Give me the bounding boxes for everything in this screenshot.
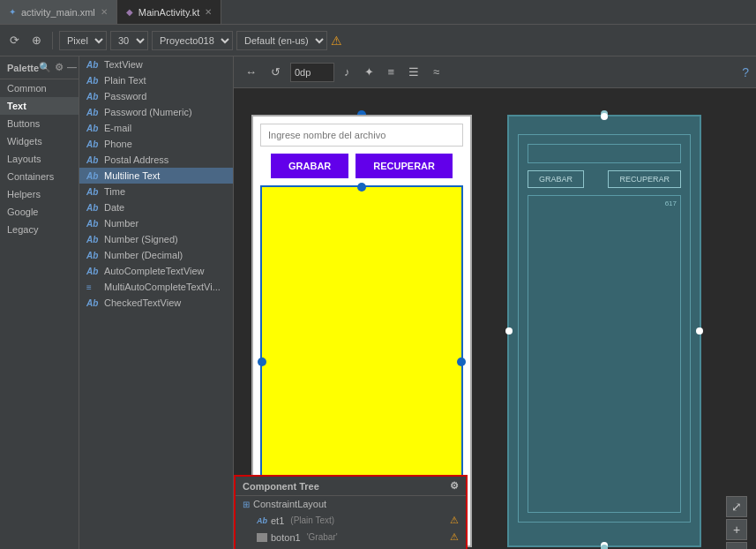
comp-email-label: E-mail <box>104 123 131 133</box>
plaintext-icon: Ab <box>86 76 101 86</box>
palette-category-common[interactable]: Common <box>0 79 79 97</box>
design-btn-5[interactable]: ≡ <box>384 64 400 80</box>
palette-search-icon[interactable]: 🔍 <box>39 62 51 73</box>
blueprint-frame: GRABAR RECUPERAR 617 <box>507 115 701 547</box>
blueprint-preview: GRABAR RECUPERAR 617 <box>507 115 701 547</box>
textview-icon: Ab <box>86 60 101 70</box>
zoom-fit-btn[interactable]: ⤢ <box>726 496 747 517</box>
tree-title: Component Tree <box>243 481 319 492</box>
tab-kt[interactable]: ◆ MainActivity.kt ✕ <box>117 0 221 24</box>
project-dropdown[interactable]: Proyecto018 <box>152 31 233 50</box>
bp-anchor-bottom <box>601 545 608 549</box>
zoom-out-btn[interactable]: − <box>726 542 747 549</box>
tree-et1-label: et1 <box>271 515 284 526</box>
number-signed-icon: Ab <box>86 235 101 244</box>
comp-plaintext-label: Plain Text <box>104 75 146 86</box>
palette-category-legacy[interactable]: Legacy <box>0 221 79 238</box>
comp-plaintext[interactable]: Ab Plain Text <box>79 72 233 88</box>
date-icon: Ab <box>86 203 101 213</box>
tree-item-constraint[interactable]: ⊞ ConstraintLayout <box>236 496 466 512</box>
tree-constraint-icon: ⊞ <box>243 500 250 509</box>
phone-btn-row: GRABAR RECUPERAR <box>260 154 463 178</box>
comp-multiauto[interactable]: ≡ MultiAutoCompleteTextVi... <box>79 279 233 295</box>
tab-xml[interactable]: ✦ activity_main.xml ✕ <box>0 0 117 24</box>
comp-textview-label: TextView <box>104 59 143 70</box>
api-dropdown[interactable]: 30 <box>110 31 148 50</box>
comp-password-label: Password <box>104 91 146 102</box>
design-btn-3[interactable]: ♪ <box>340 64 355 80</box>
phone-icon: Ab <box>86 139 101 149</box>
palette-category-buttons[interactable]: Buttons <box>0 115 79 132</box>
comp-multiauto-label: MultiAutoCompleteTextVi... <box>104 282 221 292</box>
device-dropdown[interactable]: Pixel <box>59 31 107 50</box>
palette-category-containers[interactable]: Containers <box>0 168 79 185</box>
tree-constraint-label: ConstraintLayout <box>253 499 326 509</box>
design-btn-7[interactable]: ≈ <box>429 64 444 80</box>
design-btn-2[interactable]: ↺ <box>266 64 285 80</box>
bp-frame-anchor-right <box>696 327 703 335</box>
select-btn[interactable]: ⊕ <box>27 32 46 49</box>
grabar-button[interactable]: GRABAR <box>271 154 348 178</box>
theme-dropdown[interactable]: Default (en-us) <box>236 31 327 50</box>
tab-kt-label: MainActivity.kt <box>138 7 199 18</box>
palette-category-google[interactable]: Google <box>0 203 79 221</box>
tree-header: Component Tree ⚙ <box>236 477 466 496</box>
bp-yellow-area: 617 <box>528 195 681 513</box>
tree-item-boton1[interactable]: boton1 'Grabar' ⚠ <box>250 529 466 545</box>
design-btn-6[interactable]: ☰ <box>404 64 423 80</box>
palette-category-layouts[interactable]: Layouts <box>0 150 79 168</box>
recuperar-button[interactable]: RECUPERAR <box>356 154 453 178</box>
palette-title: Palette <box>7 63 39 73</box>
comp-postal[interactable]: Ab Postal Address <box>79 152 233 168</box>
bp-input-field <box>528 144 681 163</box>
comp-number[interactable]: Ab Number <box>79 215 233 231</box>
rotate-btn[interactable]: ⟳ <box>5 32 24 49</box>
tree-et1-icon: Ab <box>257 516 267 525</box>
main-layout: Palette 🔍 ⚙ — Common Text Buttons Widget… <box>0 56 756 549</box>
tab-bar: ✦ activity_main.xml ✕ ◆ MainActivity.kt … <box>0 0 756 25</box>
dp-input[interactable] <box>290 63 334 82</box>
design-btn-4[interactable]: ✦ <box>360 64 378 80</box>
tab-xml-close[interactable]: ✕ <box>101 7 108 17</box>
comp-date[interactable]: Ab Date <box>79 199 233 215</box>
palette-category-widgets[interactable]: Widgets <box>0 132 79 150</box>
palette-category-text[interactable]: Text <box>0 97 79 115</box>
tab-kt-close[interactable]: ✕ <box>205 7 212 17</box>
comp-multiline-label: Multiline Text <box>104 170 160 181</box>
comp-checkedtext[interactable]: Ab CheckedTextView <box>79 295 233 311</box>
yellow-anchor-left <box>258 357 266 366</box>
comp-number-signed[interactable]: Ab Number (Signed) <box>79 231 233 247</box>
design-toolbar: ↔ ↺ ♪ ✦ ≡ ☰ ≈ ? <box>234 56 756 88</box>
design-btn-1[interactable]: ↔ <box>241 64 261 80</box>
comp-multiline[interactable]: Ab Multiline Text <box>79 168 233 184</box>
palette-header: Palette 🔍 ⚙ — <box>0 56 79 79</box>
bp-inner: GRABAR RECUPERAR 617 <box>518 134 691 523</box>
comp-phone[interactable]: Ab Phone <box>79 136 233 152</box>
comp-time[interactable]: Ab Time <box>79 184 233 199</box>
comp-password-numeric[interactable]: Ab Password (Numeric) <box>79 104 233 120</box>
palette-settings-icon[interactable]: ⚙ <box>55 62 64 73</box>
palette-close-icon[interactable]: — <box>67 62 77 73</box>
comp-autocomplete[interactable]: Ab AutoCompleteTextView <box>79 263 233 279</box>
comp-password[interactable]: Ab Password <box>79 88 233 104</box>
zoom-in-btn[interactable]: + <box>726 519 747 540</box>
tree-item-et1[interactable]: Ab et1 (Plain Text) ⚠ <box>250 512 466 529</box>
bp-frame-anchor-top <box>601 113 608 120</box>
comp-number-decimal[interactable]: Ab Number (Decimal) <box>79 247 233 263</box>
zoom-controls: ⤢ + − <box>726 496 747 549</box>
tree-boton1-label: boton1 <box>271 532 301 543</box>
palette-panel: Palette 🔍 ⚙ — Common Text Buttons Widget… <box>0 56 79 549</box>
comp-checkedtext-label: CheckedTextView <box>104 297 181 308</box>
palette-category-helpers[interactable]: Helpers <box>0 185 79 203</box>
tree-item-boton2[interactable]: boton2 'Recuperar' ⚠ <box>250 545 466 549</box>
component-tree: Component Tree ⚙ ⊞ ConstraintLayout Ab e… <box>234 475 468 549</box>
comp-email[interactable]: Ab E-mail <box>79 120 233 136</box>
number-decimal-icon: Ab <box>86 251 101 260</box>
help-icon[interactable]: ? <box>742 65 749 79</box>
design-canvas: GRABAR RECUPERAR <box>234 88 756 549</box>
time-icon: Ab <box>86 187 101 197</box>
comp-textview[interactable]: Ab TextView <box>79 56 233 72</box>
tree-et1-warning: ⚠ <box>450 515 459 526</box>
tree-settings-icon[interactable]: ⚙ <box>450 480 459 492</box>
filename-input[interactable] <box>260 124 463 147</box>
